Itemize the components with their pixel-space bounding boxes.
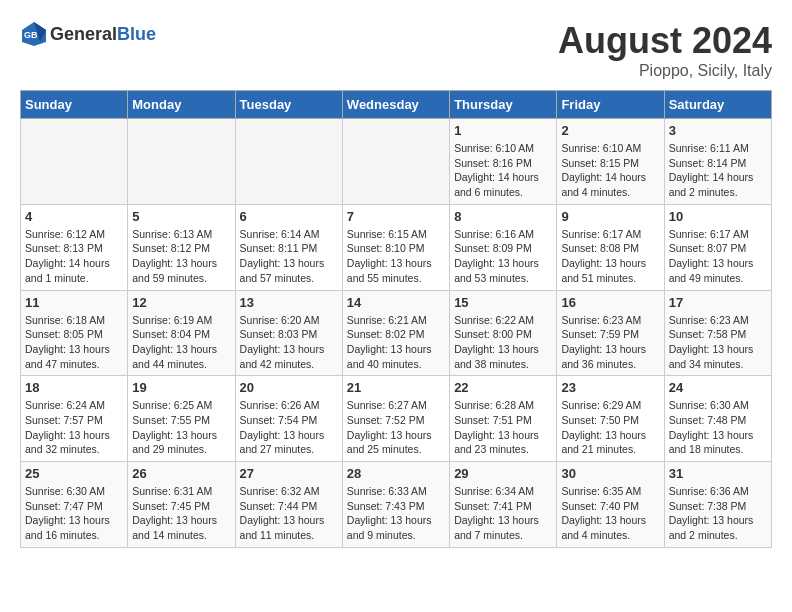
calendar-cell: 18Sunrise: 6:24 AMSunset: 7:57 PMDayligh… bbox=[21, 376, 128, 462]
day-info: Sunrise: 6:17 AMSunset: 8:08 PMDaylight:… bbox=[561, 227, 659, 286]
day-number: 21 bbox=[347, 380, 445, 395]
calendar-cell: 5Sunrise: 6:13 AMSunset: 8:12 PMDaylight… bbox=[128, 204, 235, 290]
day-info: Sunrise: 6:34 AMSunset: 7:41 PMDaylight:… bbox=[454, 484, 552, 543]
calendar-cell: 29Sunrise: 6:34 AMSunset: 7:41 PMDayligh… bbox=[450, 462, 557, 548]
day-info: Sunrise: 6:24 AMSunset: 7:57 PMDaylight:… bbox=[25, 398, 123, 457]
calendar-cell: 28Sunrise: 6:33 AMSunset: 7:43 PMDayligh… bbox=[342, 462, 449, 548]
day-info: Sunrise: 6:11 AMSunset: 8:14 PMDaylight:… bbox=[669, 141, 767, 200]
calendar-cell: 12Sunrise: 6:19 AMSunset: 8:04 PMDayligh… bbox=[128, 290, 235, 376]
day-number: 1 bbox=[454, 123, 552, 138]
day-number: 19 bbox=[132, 380, 230, 395]
weekday-header-wednesday: Wednesday bbox=[342, 91, 449, 119]
weekday-header-monday: Monday bbox=[128, 91, 235, 119]
day-number: 5 bbox=[132, 209, 230, 224]
day-number: 29 bbox=[454, 466, 552, 481]
logo: GB GeneralBlue bbox=[20, 20, 156, 48]
calendar-cell: 3Sunrise: 6:11 AMSunset: 8:14 PMDaylight… bbox=[664, 119, 771, 205]
day-info: Sunrise: 6:20 AMSunset: 8:03 PMDaylight:… bbox=[240, 313, 338, 372]
calendar-week-row-1: 1Sunrise: 6:10 AMSunset: 8:16 PMDaylight… bbox=[21, 119, 772, 205]
calendar-cell: 4Sunrise: 6:12 AMSunset: 8:13 PMDaylight… bbox=[21, 204, 128, 290]
calendar-cell: 19Sunrise: 6:25 AMSunset: 7:55 PMDayligh… bbox=[128, 376, 235, 462]
weekday-header-friday: Friday bbox=[557, 91, 664, 119]
day-number: 6 bbox=[240, 209, 338, 224]
day-info: Sunrise: 6:23 AMSunset: 7:58 PMDaylight:… bbox=[669, 313, 767, 372]
calendar-cell: 27Sunrise: 6:32 AMSunset: 7:44 PMDayligh… bbox=[235, 462, 342, 548]
day-info: Sunrise: 6:30 AMSunset: 7:47 PMDaylight:… bbox=[25, 484, 123, 543]
day-info: Sunrise: 6:14 AMSunset: 8:11 PMDaylight:… bbox=[240, 227, 338, 286]
day-number: 24 bbox=[669, 380, 767, 395]
weekday-header-saturday: Saturday bbox=[664, 91, 771, 119]
calendar-week-row-2: 4Sunrise: 6:12 AMSunset: 8:13 PMDaylight… bbox=[21, 204, 772, 290]
day-number: 9 bbox=[561, 209, 659, 224]
logo-text: GeneralBlue bbox=[50, 24, 156, 45]
logo-icon: GB bbox=[20, 20, 48, 48]
logo-general: General bbox=[50, 24, 117, 44]
day-info: Sunrise: 6:13 AMSunset: 8:12 PMDaylight:… bbox=[132, 227, 230, 286]
calendar-cell: 24Sunrise: 6:30 AMSunset: 7:48 PMDayligh… bbox=[664, 376, 771, 462]
weekday-header-sunday: Sunday bbox=[21, 91, 128, 119]
day-info: Sunrise: 6:33 AMSunset: 7:43 PMDaylight:… bbox=[347, 484, 445, 543]
calendar-cell: 13Sunrise: 6:20 AMSunset: 8:03 PMDayligh… bbox=[235, 290, 342, 376]
calendar-cell: 22Sunrise: 6:28 AMSunset: 7:51 PMDayligh… bbox=[450, 376, 557, 462]
day-number: 27 bbox=[240, 466, 338, 481]
calendar-cell: 26Sunrise: 6:31 AMSunset: 7:45 PMDayligh… bbox=[128, 462, 235, 548]
day-number: 13 bbox=[240, 295, 338, 310]
calendar-cell: 30Sunrise: 6:35 AMSunset: 7:40 PMDayligh… bbox=[557, 462, 664, 548]
calendar-cell: 15Sunrise: 6:22 AMSunset: 8:00 PMDayligh… bbox=[450, 290, 557, 376]
day-info: Sunrise: 6:17 AMSunset: 8:07 PMDaylight:… bbox=[669, 227, 767, 286]
calendar-week-row-4: 18Sunrise: 6:24 AMSunset: 7:57 PMDayligh… bbox=[21, 376, 772, 462]
calendar-cell: 2Sunrise: 6:10 AMSunset: 8:15 PMDaylight… bbox=[557, 119, 664, 205]
calendar-cell: 8Sunrise: 6:16 AMSunset: 8:09 PMDaylight… bbox=[450, 204, 557, 290]
weekday-header-thursday: Thursday bbox=[450, 91, 557, 119]
day-info: Sunrise: 6:25 AMSunset: 7:55 PMDaylight:… bbox=[132, 398, 230, 457]
day-info: Sunrise: 6:12 AMSunset: 8:13 PMDaylight:… bbox=[25, 227, 123, 286]
day-info: Sunrise: 6:30 AMSunset: 7:48 PMDaylight:… bbox=[669, 398, 767, 457]
calendar-cell bbox=[128, 119, 235, 205]
calendar-cell: 23Sunrise: 6:29 AMSunset: 7:50 PMDayligh… bbox=[557, 376, 664, 462]
day-number: 8 bbox=[454, 209, 552, 224]
calendar-week-row-5: 25Sunrise: 6:30 AMSunset: 7:47 PMDayligh… bbox=[21, 462, 772, 548]
day-info: Sunrise: 6:31 AMSunset: 7:45 PMDaylight:… bbox=[132, 484, 230, 543]
day-info: Sunrise: 6:22 AMSunset: 8:00 PMDaylight:… bbox=[454, 313, 552, 372]
calendar-cell: 17Sunrise: 6:23 AMSunset: 7:58 PMDayligh… bbox=[664, 290, 771, 376]
day-number: 11 bbox=[25, 295, 123, 310]
calendar-table: SundayMondayTuesdayWednesdayThursdayFrid… bbox=[20, 90, 772, 548]
location: Pioppo, Sicily, Italy bbox=[558, 62, 772, 80]
calendar-cell: 10Sunrise: 6:17 AMSunset: 8:07 PMDayligh… bbox=[664, 204, 771, 290]
calendar-cell: 11Sunrise: 6:18 AMSunset: 8:05 PMDayligh… bbox=[21, 290, 128, 376]
day-number: 7 bbox=[347, 209, 445, 224]
calendar-cell: 20Sunrise: 6:26 AMSunset: 7:54 PMDayligh… bbox=[235, 376, 342, 462]
day-number: 18 bbox=[25, 380, 123, 395]
calendar-cell bbox=[21, 119, 128, 205]
day-number: 14 bbox=[347, 295, 445, 310]
day-number: 2 bbox=[561, 123, 659, 138]
day-number: 30 bbox=[561, 466, 659, 481]
day-number: 28 bbox=[347, 466, 445, 481]
day-number: 10 bbox=[669, 209, 767, 224]
day-info: Sunrise: 6:36 AMSunset: 7:38 PMDaylight:… bbox=[669, 484, 767, 543]
calendar-cell: 21Sunrise: 6:27 AMSunset: 7:52 PMDayligh… bbox=[342, 376, 449, 462]
day-info: Sunrise: 6:28 AMSunset: 7:51 PMDaylight:… bbox=[454, 398, 552, 457]
day-number: 15 bbox=[454, 295, 552, 310]
day-info: Sunrise: 6:18 AMSunset: 8:05 PMDaylight:… bbox=[25, 313, 123, 372]
day-number: 17 bbox=[669, 295, 767, 310]
calendar-week-row-3: 11Sunrise: 6:18 AMSunset: 8:05 PMDayligh… bbox=[21, 290, 772, 376]
svg-text:GB: GB bbox=[24, 30, 38, 40]
calendar-cell bbox=[342, 119, 449, 205]
title-block: August 2024 Pioppo, Sicily, Italy bbox=[558, 20, 772, 80]
weekday-header-tuesday: Tuesday bbox=[235, 91, 342, 119]
calendar-cell: 16Sunrise: 6:23 AMSunset: 7:59 PMDayligh… bbox=[557, 290, 664, 376]
calendar-cell: 7Sunrise: 6:15 AMSunset: 8:10 PMDaylight… bbox=[342, 204, 449, 290]
day-info: Sunrise: 6:10 AMSunset: 8:15 PMDaylight:… bbox=[561, 141, 659, 200]
calendar-cell: 14Sunrise: 6:21 AMSunset: 8:02 PMDayligh… bbox=[342, 290, 449, 376]
logo-blue: Blue bbox=[117, 24, 156, 44]
month-year: August 2024 bbox=[558, 20, 772, 62]
day-number: 20 bbox=[240, 380, 338, 395]
weekday-header-row: SundayMondayTuesdayWednesdayThursdayFrid… bbox=[21, 91, 772, 119]
day-info: Sunrise: 6:10 AMSunset: 8:16 PMDaylight:… bbox=[454, 141, 552, 200]
calendar-cell: 25Sunrise: 6:30 AMSunset: 7:47 PMDayligh… bbox=[21, 462, 128, 548]
day-info: Sunrise: 6:29 AMSunset: 7:50 PMDaylight:… bbox=[561, 398, 659, 457]
calendar-cell: 31Sunrise: 6:36 AMSunset: 7:38 PMDayligh… bbox=[664, 462, 771, 548]
day-info: Sunrise: 6:32 AMSunset: 7:44 PMDaylight:… bbox=[240, 484, 338, 543]
calendar-cell: 9Sunrise: 6:17 AMSunset: 8:08 PMDaylight… bbox=[557, 204, 664, 290]
